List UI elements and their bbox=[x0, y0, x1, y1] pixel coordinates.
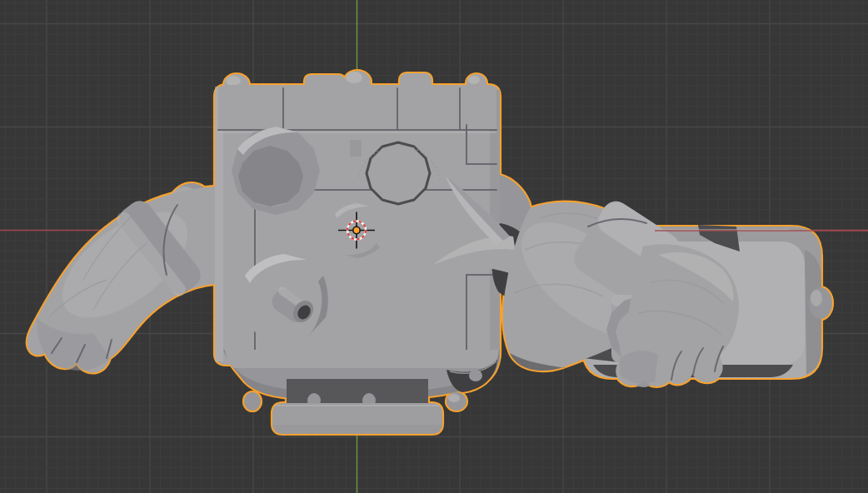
blender-3d-viewport[interactable] bbox=[0, 0, 868, 493]
viewport-canvas[interactable] bbox=[0, 0, 868, 493]
